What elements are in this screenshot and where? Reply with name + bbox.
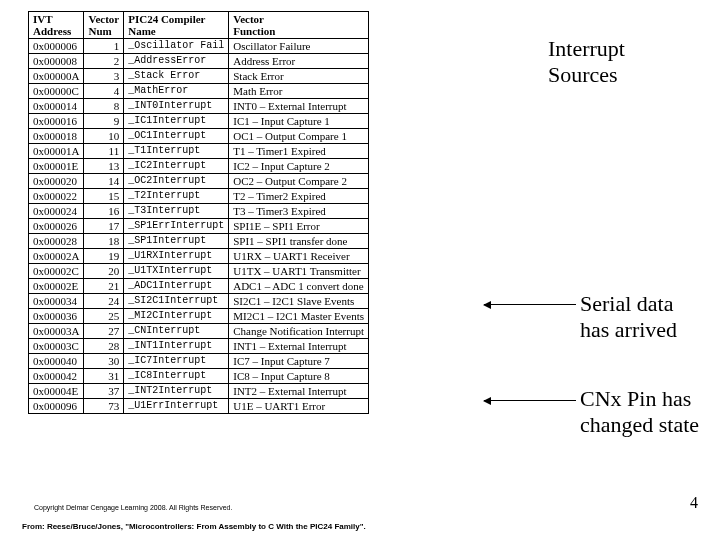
table-row: 0x00001A11_T1InterruptT1 – Timer1 Expire… bbox=[29, 144, 369, 159]
cell-num: 24 bbox=[84, 294, 124, 309]
cell-cname: _AddressError bbox=[124, 54, 229, 69]
cell-cname: _ADC1Interrupt bbox=[124, 279, 229, 294]
col-header-cname: PIC24 CompilerName bbox=[124, 12, 229, 39]
table-row: 0x00001E13_IC2InterruptIC2 – Input Captu… bbox=[29, 159, 369, 174]
col-header-func: VectorFunction bbox=[229, 12, 369, 39]
table-row: 0x00000C4_MathErrorMath Error bbox=[29, 84, 369, 99]
cell-func: U1E – UART1 Error bbox=[229, 399, 369, 414]
cell-addr: 0x00002E bbox=[29, 279, 84, 294]
cell-addr: 0x000028 bbox=[29, 234, 84, 249]
col-header-num: VectorNum bbox=[84, 12, 124, 39]
table-row: 0x00003A27_CNInterruptChange Notificatio… bbox=[29, 324, 369, 339]
table-row: 0x00002818_SP1InterruptSPI1 – SPI1 trans… bbox=[29, 234, 369, 249]
cell-num: 28 bbox=[84, 339, 124, 354]
cell-addr: 0x00003A bbox=[29, 324, 84, 339]
cell-func: SPI1E – SPI1 Error bbox=[229, 219, 369, 234]
cell-num: 14 bbox=[84, 174, 124, 189]
table-row: 0x0000148_INT0InterruptINT0 – External I… bbox=[29, 99, 369, 114]
cell-cname: _T3Interrupt bbox=[124, 204, 229, 219]
cell-func: SPI1 – SPI1 transfer done bbox=[229, 234, 369, 249]
cell-addr: 0x000036 bbox=[29, 309, 84, 324]
cell-num: 21 bbox=[84, 279, 124, 294]
cell-cname: _MathError bbox=[124, 84, 229, 99]
cell-func: INT0 – External Interrupt bbox=[229, 99, 369, 114]
cell-num: 10 bbox=[84, 129, 124, 144]
cell-num: 3 bbox=[84, 69, 124, 84]
table-row: 0x00002014_OC2InterruptOC2 – Output Comp… bbox=[29, 174, 369, 189]
cell-addr: 0x000034 bbox=[29, 294, 84, 309]
cell-func: U1RX – UART1 Receiver bbox=[229, 249, 369, 264]
cell-func: IC2 – Input Capture 2 bbox=[229, 159, 369, 174]
table-row: 0x00002C20_U1TXInterruptU1TX – UART1 Tra… bbox=[29, 264, 369, 279]
cell-cname: _INT1Interrupt bbox=[124, 339, 229, 354]
cell-num: 31 bbox=[84, 369, 124, 384]
cell-addr: 0x000022 bbox=[29, 189, 84, 204]
cell-func: SI2C1 – I2C1 Slave Events bbox=[229, 294, 369, 309]
table-row: 0x00002617_SP1ErrInterruptSPI1E – SPI1 E… bbox=[29, 219, 369, 234]
cell-addr: 0x00002C bbox=[29, 264, 84, 279]
copyright-text: Copyright Delmar Cengage Learning 2008. … bbox=[34, 504, 232, 511]
cell-func: IC1 – Input Capture 1 bbox=[229, 114, 369, 129]
cell-num: 13 bbox=[84, 159, 124, 174]
cell-func: T2 – Timer2 Expired bbox=[229, 189, 369, 204]
cell-addr: 0x000042 bbox=[29, 369, 84, 384]
table-row: 0x0000082_AddressErrorAddress Error bbox=[29, 54, 369, 69]
table-row: 0x00003424_SI2C1InterruptSI2C1 – I2C1 Sl… bbox=[29, 294, 369, 309]
cell-cname: _Stack Error bbox=[124, 69, 229, 84]
cell-cname: _U1TXInterrupt bbox=[124, 264, 229, 279]
cell-addr: 0x000016 bbox=[29, 114, 84, 129]
cell-cname: _IC1Interrupt bbox=[124, 114, 229, 129]
table-row: 0x00001810_OC1InterruptOC1 – Output Comp… bbox=[29, 129, 369, 144]
cell-func: IC8 – Input Capture 8 bbox=[229, 369, 369, 384]
cell-func: T3 – Timer3 Expired bbox=[229, 204, 369, 219]
cell-cname: _IC2Interrupt bbox=[124, 159, 229, 174]
table-row: 0x00009673_U1ErrInterruptU1E – UART1 Err… bbox=[29, 399, 369, 414]
cell-num: 16 bbox=[84, 204, 124, 219]
cell-addr: 0x00004E bbox=[29, 384, 84, 399]
cell-addr: 0x00002A bbox=[29, 249, 84, 264]
cell-cname: _Oscillator Fail bbox=[124, 39, 229, 54]
cell-cname: _INT0Interrupt bbox=[124, 99, 229, 114]
cell-num: 37 bbox=[84, 384, 124, 399]
arrow-cnx bbox=[484, 400, 576, 401]
cell-cname: _T1Interrupt bbox=[124, 144, 229, 159]
cell-num: 15 bbox=[84, 189, 124, 204]
cell-addr: 0x000014 bbox=[29, 99, 84, 114]
cell-func: Address Error bbox=[229, 54, 369, 69]
col-header-addr: IVTAddress bbox=[29, 12, 84, 39]
cell-addr: 0x00000A bbox=[29, 69, 84, 84]
cell-addr: 0x000026 bbox=[29, 219, 84, 234]
cell-func: Change Notification Interrupt bbox=[229, 324, 369, 339]
cell-addr: 0x000040 bbox=[29, 354, 84, 369]
cell-addr: 0x000020 bbox=[29, 174, 84, 189]
cell-num: 4 bbox=[84, 84, 124, 99]
cell-func: MI2C1 – I2C1 Master Events bbox=[229, 309, 369, 324]
table-row: 0x0000169_IC1InterruptIC1 – Input Captur… bbox=[29, 114, 369, 129]
cell-num: 73 bbox=[84, 399, 124, 414]
table-row: 0x00004030_IC7InterruptIC7 – Input Captu… bbox=[29, 354, 369, 369]
cell-addr: 0x00003C bbox=[29, 339, 84, 354]
table-row: 0x00002E21_ADC1InterruptADC1 – ADC 1 con… bbox=[29, 279, 369, 294]
cell-num: 30 bbox=[84, 354, 124, 369]
table-row: 0x0000061_Oscillator FailOscillator Fail… bbox=[29, 39, 369, 54]
table-row: 0x00003625_MI2CInterruptMI2C1 – I2C1 Mas… bbox=[29, 309, 369, 324]
cell-cname: _SI2C1Interrupt bbox=[124, 294, 229, 309]
cell-func: Math Error bbox=[229, 84, 369, 99]
cell-addr: 0x000006 bbox=[29, 39, 84, 54]
cell-addr: 0x00001E bbox=[29, 159, 84, 174]
cell-num: 11 bbox=[84, 144, 124, 159]
title-annotation: InterruptSources bbox=[548, 36, 625, 89]
table-row: 0x00002A19_U1RXInterruptU1RX – UART1 Rec… bbox=[29, 249, 369, 264]
cell-addr: 0x000018 bbox=[29, 129, 84, 144]
cell-func: IC7 – Input Capture 7 bbox=[229, 354, 369, 369]
cell-num: 17 bbox=[84, 219, 124, 234]
cell-func: INT2 – External Interrupt bbox=[229, 384, 369, 399]
cell-num: 27 bbox=[84, 324, 124, 339]
arrow-serial bbox=[484, 304, 576, 305]
cell-num: 25 bbox=[84, 309, 124, 324]
cell-addr: 0x00000C bbox=[29, 84, 84, 99]
cell-addr: 0x000024 bbox=[29, 204, 84, 219]
ivt-table: IVTAddress VectorNum PIC24 CompilerName … bbox=[28, 11, 369, 414]
cell-num: 20 bbox=[84, 264, 124, 279]
table-row: 0x00002416_T3InterruptT3 – Timer3 Expire… bbox=[29, 204, 369, 219]
